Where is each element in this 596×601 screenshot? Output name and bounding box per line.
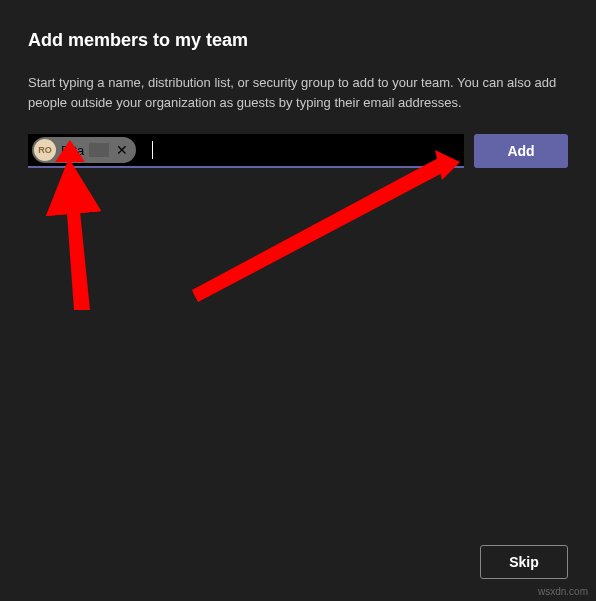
member-text-input[interactable]: [157, 134, 460, 166]
watermark: wsxdn.com: [538, 586, 588, 597]
avatar: RO: [34, 139, 56, 161]
skip-button[interactable]: Skip: [480, 545, 568, 579]
add-button[interactable]: Add: [474, 134, 568, 168]
member-input-box[interactable]: RO Rita ✕: [28, 134, 464, 168]
dialog-description: Start typing a name, distribution list, …: [28, 73, 568, 112]
input-row: RO Rita ✕ Add: [28, 134, 568, 168]
member-chip: RO Rita ✕: [32, 137, 136, 163]
chip-redacted-text: [89, 143, 109, 157]
text-cursor: [152, 141, 153, 159]
chip-name: Rita: [61, 143, 84, 158]
dialog-title: Add members to my team: [28, 30, 568, 51]
remove-chip-icon[interactable]: ✕: [114, 143, 130, 157]
